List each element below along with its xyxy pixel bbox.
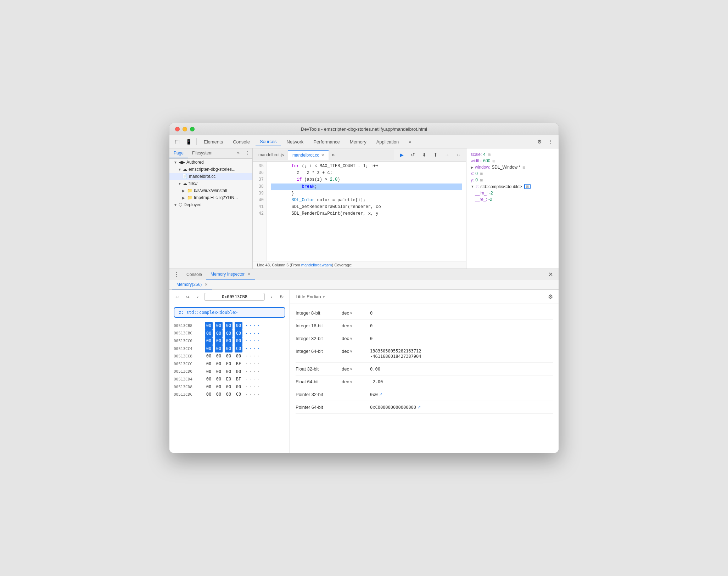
tree-item-tmp[interactable]: ▶ 📁 tmp/tmp.ELcTq2YGN... (169, 194, 252, 201)
tree-item-emscripten[interactable]: ▼ ☁ emscripten-dbg-stories... (169, 166, 252, 173)
hex-byte[interactable]: 00 (215, 383, 223, 391)
hex-byte[interactable]: 00 (205, 360, 213, 368)
hex-byte[interactable]: 00 (235, 337, 242, 345)
interp-fmt[interactable]: dec ∨ (342, 336, 370, 341)
memory-icon[interactable]: ⊞ (522, 165, 525, 169)
tab-more[interactable]: » (404, 138, 415, 146)
hex-byte[interactable]: 00 (215, 330, 223, 338)
hex-byte[interactable]: 00 (215, 322, 223, 330)
hex-byte[interactable]: 00 (205, 375, 213, 383)
memory-icon[interactable]: ⊞ (492, 159, 495, 163)
scope-window[interactable]: ▶ window: SDL_Window * ⊞ (466, 164, 559, 170)
tab-close-icon[interactable]: ✕ (321, 153, 324, 158)
hex-byte[interactable]: 00 (225, 322, 233, 330)
hex-byte[interactable]: 00 (235, 352, 242, 360)
interp-fmt[interactable]: dec ∨ (342, 366, 370, 372)
hex-byte[interactable]: 00 (225, 330, 233, 338)
sidebar-dots-icon[interactable]: ⋮ (242, 148, 252, 158)
interp-fmt[interactable]: dec ∨ (342, 310, 370, 316)
settings-icon[interactable]: ⚙ (548, 293, 553, 300)
hex-byte[interactable]: 00 (215, 352, 223, 360)
tab-network[interactable]: Network (282, 138, 308, 146)
hex-byte[interactable]: 00 (225, 391, 233, 399)
step-over-button[interactable]: ↺ (408, 150, 418, 160)
tab-application[interactable]: Application (372, 138, 403, 146)
hex-byte[interactable]: 00 (215, 337, 223, 345)
hex-byte[interactable]: 00 (225, 383, 233, 391)
hex-byte[interactable]: C0 (235, 345, 242, 353)
memory-tab-256[interactable]: Memory(256) ✕ (172, 280, 212, 289)
hex-byte[interactable]: 00 (215, 360, 223, 368)
hex-byte[interactable]: 00 (225, 352, 233, 360)
memory-inspect-icon[interactable]: ⊞ (524, 184, 531, 189)
interp-fmt[interactable]: dec ∨ (342, 323, 370, 328)
hex-byte[interactable]: C0 (235, 391, 242, 399)
bottom-dots-icon[interactable]: ⋮ (172, 269, 181, 280)
hex-byte[interactable]: 00 (225, 337, 233, 345)
code-tab-mandelbrot-js[interactable]: mandelbrot.js (254, 150, 288, 159)
tree-item-file[interactable]: ▼ ☁ file:// (169, 180, 252, 187)
tree-item-install[interactable]: ▶ 📁 b/s/w/ir/x/w/install (169, 187, 252, 194)
hex-byte[interactable]: 00 (205, 345, 213, 353)
hex-byte[interactable]: 00 (205, 352, 213, 360)
tab-elements[interactable]: Elements (200, 138, 227, 146)
hex-byte[interactable]: 00 (205, 383, 213, 391)
step-button[interactable]: → (442, 150, 452, 160)
hex-byte[interactable]: 00 (205, 322, 213, 330)
memory-icon[interactable]: ⊞ (480, 172, 483, 176)
tab-sources[interactable]: Sources (256, 137, 281, 146)
tab-close-icon[interactable]: ✕ (247, 272, 251, 276)
deactivate-breakpoints-button[interactable]: ↔ (453, 150, 463, 160)
memory-tab-close[interactable]: ✕ (205, 282, 208, 287)
minimize-button[interactable] (183, 127, 187, 131)
hex-byte[interactable]: 00 (215, 391, 223, 399)
expand-icon[interactable]: ▶ (471, 165, 474, 169)
scope-z[interactable]: ▼ z: std::complex<double> ⊞ (466, 183, 559, 190)
hex-byte[interactable]: 00 (205, 368, 213, 376)
hex-byte[interactable]: 00 (205, 337, 213, 345)
sidebar-tab-filesystem[interactable]: Filesystem (188, 148, 217, 158)
pointer-link[interactable]: ↗ (418, 405, 421, 410)
close-button[interactable] (175, 127, 180, 131)
sidebar-tab-page[interactable]: Page (169, 148, 188, 158)
resume-button[interactable]: ▶ (397, 150, 407, 160)
memory-icon[interactable]: ⊞ (480, 178, 483, 182)
panel-close-button[interactable]: ✕ (545, 270, 556, 279)
more-options-icon[interactable]: ⋮ (546, 137, 556, 147)
address-input[interactable] (204, 293, 265, 301)
pointer-link[interactable]: ↗ (379, 392, 382, 397)
maximize-button[interactable] (190, 127, 195, 131)
tab-console[interactable]: Console (182, 270, 206, 279)
hex-byte[interactable]: E0 (225, 360, 233, 368)
forward-button[interactable]: ↪ (184, 293, 191, 301)
hex-byte[interactable]: 00 (235, 322, 242, 330)
step-into-button[interactable]: ⬇ (419, 150, 429, 160)
hex-byte[interactable]: BF (235, 360, 242, 368)
hex-byte[interactable]: 00 (215, 375, 223, 383)
settings-icon[interactable]: ⚙ (534, 137, 544, 147)
tree-item-deployed[interactable]: ▼ ⬡ Deployed (169, 201, 252, 208)
tree-item-authored[interactable]: ▼ ◀▶ Authored (169, 159, 252, 166)
memory-icon[interactable]: ⊞ (488, 153, 491, 157)
next-button[interactable]: › (268, 293, 275, 301)
wasm-link[interactable]: mandelbrot.wasm (301, 263, 332, 267)
sidebar-more-icon[interactable]: » (234, 148, 242, 158)
hex-byte[interactable]: 00 (215, 345, 223, 353)
hex-byte[interactable]: 00 (225, 345, 233, 353)
file-tabs-more-icon[interactable]: » (329, 149, 337, 160)
endian-selector[interactable]: Little Endian ∨ (296, 294, 325, 299)
interp-fmt[interactable]: dec ∨ (342, 349, 370, 354)
hex-byte[interactable]: 00 (205, 330, 213, 338)
prev-button[interactable]: ‹ (194, 293, 202, 301)
hex-byte[interactable]: 00 (225, 368, 233, 376)
refresh-button[interactable]: ↻ (278, 293, 285, 301)
hex-byte[interactable]: 00 (205, 391, 213, 399)
tab-console[interactable]: Console (229, 138, 254, 146)
hex-byte[interactable]: 00 (235, 383, 242, 391)
tree-item-mandelbrot-cc[interactable]: 📄 mandelbrot.cc (169, 173, 252, 180)
hex-byte[interactable]: 00 (235, 368, 242, 376)
interp-fmt[interactable]: dec ∨ (342, 379, 370, 384)
expand-icon[interactable]: ▼ (471, 185, 474, 188)
hex-byte[interactable]: BF (235, 375, 242, 383)
inspect-element-icon[interactable]: ⬚ (172, 137, 182, 147)
